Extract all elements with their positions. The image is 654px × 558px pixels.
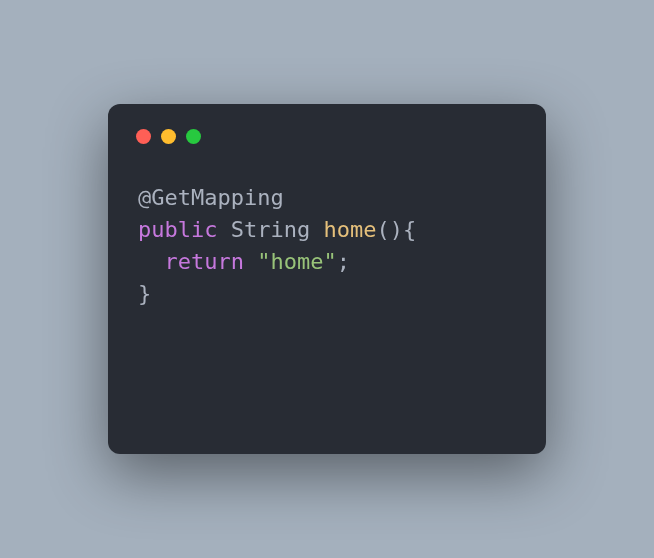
method-token: home: [323, 217, 376, 242]
minimize-icon[interactable]: [161, 129, 176, 144]
space-token: [244, 249, 257, 274]
keyword-token: return: [165, 249, 244, 274]
punct-token: }: [138, 281, 151, 306]
punct-token: (){: [376, 217, 416, 242]
keyword-token: public: [138, 217, 217, 242]
space-token: [217, 217, 230, 242]
annotation-token: @GetMapping: [138, 185, 284, 210]
indent-token: [138, 249, 165, 274]
space-token: [310, 217, 323, 242]
string-token: "home": [257, 249, 336, 274]
close-icon[interactable]: [136, 129, 151, 144]
punct-token: ;: [337, 249, 350, 274]
code-window: @GetMapping public String home(){ return…: [108, 104, 546, 454]
maximize-icon[interactable]: [186, 129, 201, 144]
type-token: String: [231, 217, 310, 242]
window-titlebar: [136, 129, 516, 144]
code-block: @GetMapping public String home(){ return…: [138, 182, 516, 310]
